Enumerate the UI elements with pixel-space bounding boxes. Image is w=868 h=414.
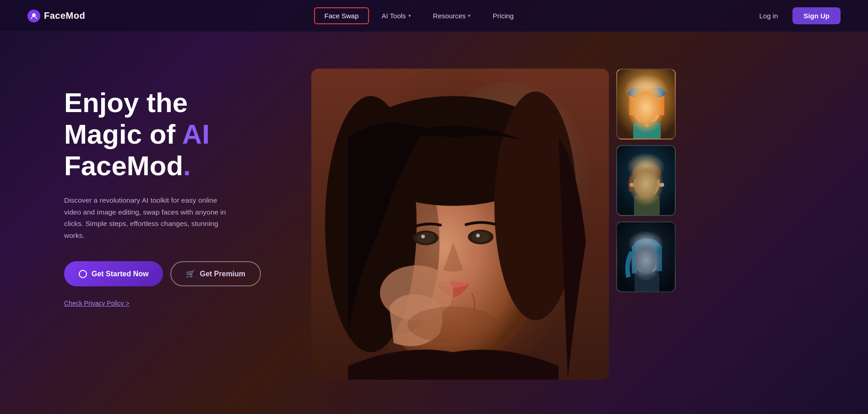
- nav-actions: Log in Sign Up: [752, 7, 841, 24]
- svg-rect-16: [617, 70, 676, 140]
- cart-icon: 🛒: [186, 269, 195, 278]
- side-thumbnails: [616, 69, 676, 292]
- svg-point-33: [632, 238, 662, 261]
- svg-point-27: [634, 167, 660, 198]
- svg-point-28: [632, 163, 662, 183]
- main-content: Enjoy the Magic of AI FaceMod. Discover …: [0, 32, 868, 414]
- navbar: FaceMod Face Swap AI Tools ▾ Resources ▾…: [0, 0, 868, 32]
- nav-resources[interactable]: Resources ▾: [424, 8, 480, 23]
- svg-point-11: [421, 235, 425, 238]
- thumbnail-3[interactable]: [616, 221, 676, 292]
- nav-menu: Face Swap AI Tools ▾ Resources ▾ Pricing: [314, 7, 523, 24]
- thumbnail-1-image: [617, 70, 676, 140]
- privacy-policy-link[interactable]: Check Privacy Policy >: [64, 300, 130, 307]
- login-button[interactable]: Log in: [752, 8, 785, 23]
- svg-point-17: [633, 92, 661, 124]
- hero-text-section: Enjoy the Magic of AI FaceMod. Discover …: [64, 69, 284, 307]
- svg-point-14: [407, 306, 499, 343]
- svg-point-30: [649, 182, 654, 185]
- signup-button[interactable]: Sign Up: [792, 7, 841, 24]
- logo-icon: [27, 10, 40, 22]
- globe-icon: [79, 270, 87, 278]
- svg-point-10: [472, 231, 490, 242]
- svg-rect-31: [617, 222, 676, 292]
- get-premium-button[interactable]: 🛒 Get Premium: [170, 261, 261, 286]
- svg-rect-35: [656, 246, 662, 271]
- thumbnail-2-image: [617, 146, 676, 216]
- hero-image-section: [311, 69, 831, 380]
- nav-ai-tools[interactable]: AI Tools ▾: [373, 8, 420, 23]
- svg-rect-19: [629, 92, 636, 115]
- hero-title: Enjoy the Magic of AI FaceMod.: [64, 87, 284, 182]
- face-illustration: [311, 69, 609, 380]
- svg-point-9: [417, 232, 435, 243]
- hero-buttons: Get Started Now 🛒 Get Premium: [64, 261, 284, 286]
- resources-chevron-icon: ▾: [468, 13, 471, 19]
- nav-face-swap[interactable]: Face Swap: [314, 7, 369, 24]
- svg-point-36: [640, 258, 645, 263]
- svg-point-32: [635, 245, 659, 274]
- svg-rect-20: [658, 92, 664, 115]
- svg-point-18: [629, 86, 664, 112]
- svg-point-12: [476, 234, 480, 237]
- svg-point-29: [640, 182, 645, 185]
- svg-point-25: [645, 124, 649, 127]
- svg-rect-34: [632, 246, 637, 274]
- brand-logo[interactable]: FaceMod: [27, 10, 85, 22]
- svg-point-24: [649, 108, 654, 112]
- svg-point-37: [649, 258, 654, 263]
- svg-point-23: [640, 108, 645, 112]
- thumbnail-3-image: [617, 222, 676, 292]
- svg-point-21: [628, 88, 666, 99]
- svg-point-39: [650, 259, 653, 262]
- hero-description: Discover a revolutionary AI toolkit for …: [64, 194, 233, 241]
- get-started-button[interactable]: Get Started Now: [64, 261, 163, 286]
- brand-name: FaceMod: [44, 11, 85, 21]
- svg-rect-22: [631, 88, 663, 96]
- thumbnail-1[interactable]: [616, 69, 676, 140]
- svg-rect-15: [617, 70, 676, 140]
- thumbnail-2[interactable]: [616, 145, 676, 216]
- nav-pricing[interactable]: Pricing: [483, 8, 523, 23]
- svg-rect-26: [617, 146, 676, 216]
- svg-point-38: [641, 259, 644, 262]
- ai-tools-chevron-icon: ▾: [408, 13, 411, 19]
- main-hero-image: [311, 69, 609, 380]
